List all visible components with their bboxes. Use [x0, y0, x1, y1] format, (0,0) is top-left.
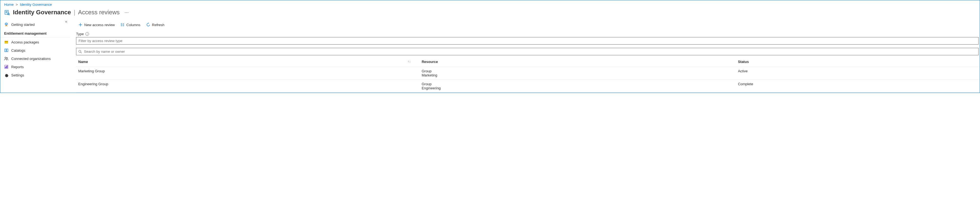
cell-name: Marketing Group: [76, 67, 420, 80]
sidebar-item-label: Getting started: [11, 22, 35, 27]
sidebar-collapse-button[interactable]: «: [65, 19, 67, 24]
svg-point-11: [5, 57, 6, 59]
breadcrumb: Home > Identity Governance: [0, 0, 980, 8]
page-title-row: Identity Governance | Access reviews ···: [0, 8, 980, 19]
column-header-status[interactable]: Status: [736, 57, 980, 67]
sidebar-item-catalogs[interactable]: Catalogs: [0, 46, 70, 55]
breadcrumb-home-link[interactable]: Home: [4, 2, 14, 6]
resource-type: Group: [422, 82, 732, 86]
identity-governance-icon: [4, 10, 10, 15]
table-row[interactable]: Engineering Group Group Engineering Comp…: [76, 80, 980, 93]
resource-type: Group: [422, 69, 732, 73]
rocket-icon: [4, 22, 8, 27]
sidebar-item-settings[interactable]: Settings: [0, 71, 70, 79]
svg-rect-0: [5, 10, 8, 14]
column-header-label: Status: [738, 60, 749, 64]
reports-icon: [4, 65, 8, 69]
refresh-icon: [146, 22, 150, 27]
toolbar-label: Columns: [126, 23, 140, 27]
cell-resource: Group Engineering: [420, 80, 736, 93]
type-field-label: Type i: [76, 32, 980, 36]
sidebar-item-label: Access packages: [11, 40, 39, 44]
gear-icon: [4, 73, 8, 77]
columns-button[interactable]: Columns: [118, 21, 142, 28]
svg-point-12: [6, 58, 8, 59]
page-title-sub: Access reviews: [78, 9, 120, 16]
column-header-name[interactable]: Name ↑↓: [76, 57, 420, 67]
svg-rect-10: [6, 49, 8, 52]
table-row[interactable]: Marketing Group Group Marketing Active: [76, 67, 980, 80]
type-label-text: Type: [76, 32, 84, 36]
cell-resource: Group Marketing: [420, 67, 736, 80]
svg-point-6: [6, 23, 7, 24]
access-reviews-table: Name ↑↓ Resource Status Marketing Group …: [76, 57, 980, 93]
svg-rect-14: [5, 67, 6, 68]
page-title-main: Identity Governance: [13, 9, 71, 16]
resource-name: Engineering: [422, 86, 732, 90]
breadcrumb-current-link[interactable]: Identity Governance: [20, 2, 52, 6]
sort-icon: ↑↓: [408, 60, 410, 63]
sidebar-item-access-packages[interactable]: Access packages: [0, 38, 70, 46]
search-icon: [78, 50, 82, 54]
cell-status: Complete: [736, 80, 980, 93]
svg-rect-8: [5, 41, 8, 42]
package-icon: [4, 40, 8, 44]
sidebar-item-label: Reports: [11, 65, 24, 69]
catalog-icon: [4, 48, 8, 53]
column-header-label: Name: [78, 60, 88, 64]
svg-point-25: [79, 50, 81, 52]
sidebar-item-label: Settings: [11, 73, 24, 77]
type-filter-input[interactable]: [76, 37, 978, 45]
sidebar-item-label: Catalogs: [11, 48, 25, 53]
search-input[interactable]: [76, 48, 978, 55]
toolbar: New access review Columns Refresh: [76, 21, 980, 32]
main-content: New access review Columns Refresh Type i: [70, 19, 980, 93]
sidebar-item-connected-organizations[interactable]: Connected organizations: [0, 55, 70, 63]
toolbar-label: Refresh: [152, 23, 165, 27]
refresh-button[interactable]: Refresh: [144, 21, 167, 28]
column-header-label: Resource: [422, 60, 438, 64]
info-icon[interactable]: i: [85, 32, 89, 36]
sidebar-item-getting-started[interactable]: Getting started: [0, 20, 70, 29]
resource-name: Marketing: [422, 73, 732, 77]
page-title-separator: |: [74, 9, 75, 16]
svg-line-5: [9, 14, 10, 15]
people-icon: [4, 56, 8, 61]
plus-icon: [78, 22, 83, 27]
more-actions-button[interactable]: ···: [125, 10, 129, 15]
svg-rect-15: [6, 66, 6, 68]
svg-line-26: [81, 52, 82, 53]
svg-rect-16: [7, 66, 7, 68]
sidebar-section-entitlement: Entitlement management: [0, 29, 70, 37]
sidebar-item-label: Connected organizations: [11, 57, 51, 61]
new-access-review-button[interactable]: New access review: [76, 21, 117, 28]
columns-icon: [120, 22, 125, 27]
breadcrumb-separator-icon: >: [16, 2, 18, 6]
cell-name: Engineering Group: [76, 80, 420, 93]
sidebar-item-reports[interactable]: Reports: [0, 63, 70, 71]
column-header-resource[interactable]: Resource: [420, 57, 736, 67]
svg-rect-9: [5, 49, 6, 52]
toolbar-label: New access review: [84, 23, 115, 27]
sidebar: « Getting started Entitlement management…: [0, 19, 70, 93]
cell-status: Active: [736, 67, 980, 80]
